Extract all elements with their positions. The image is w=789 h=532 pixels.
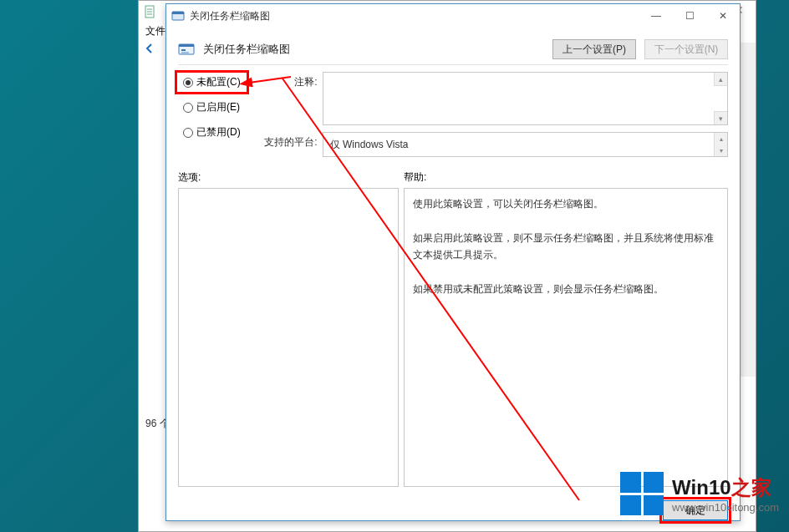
options-label: 选项: <box>178 170 404 185</box>
radio-enabled[interactable]: 已启用(E) <box>178 99 246 116</box>
radio-label: 未配置(C) <box>196 75 241 89</box>
radio-label: 已禁用(D) <box>196 125 241 139</box>
document-icon <box>144 5 157 18</box>
prev-setting-button[interactable]: 上一个设置(P) <box>552 39 636 59</box>
header-row: 关闭任务栏缩略图 上一个设置(P) 下一个设置(N) <box>166 28 740 64</box>
svg-rect-5 <box>172 12 184 14</box>
window-icon <box>171 9 185 23</box>
platform-label: 支持的平台: <box>264 132 323 149</box>
next-setting-button: 下一个设置(N) <box>644 39 728 59</box>
policy-dialog: 关闭任务栏缩略图 — ☐ ✕ 关闭任务栏缩略图 上一个设置(P) 下一个设置(N… <box>165 3 741 521</box>
svg-rect-9 <box>181 52 189 53</box>
watermark-url: www.win10xitong.com <box>672 501 779 514</box>
scroll-up-icon[interactable]: ▴ <box>714 73 727 86</box>
minimize-button[interactable]: — <box>639 4 673 28</box>
radio-dot-icon <box>183 128 193 138</box>
radio-disabled[interactable]: 已禁用(D) <box>178 124 246 141</box>
titlebar: 关闭任务栏缩略图 — ☐ ✕ <box>166 4 740 28</box>
radio-not-configured[interactable]: 未配置(C) <box>178 73 246 91</box>
maximize-button[interactable]: ☐ <box>673 4 706 28</box>
windows-logo-icon <box>620 472 664 515</box>
scroll-down-icon[interactable]: ▾ <box>714 111 727 124</box>
comment-textbox[interactable]: ▴ ▾ <box>323 72 728 125</box>
radio-group: 未配置(C) 已启用(E) 已禁用(D) <box>178 72 246 141</box>
policy-icon <box>178 41 195 58</box>
watermark-brand-a: Win10 <box>672 476 730 499</box>
supported-platform-box: 仅 Windows Vista ▴ ▾ <box>323 132 728 157</box>
title-text: 关闭任务栏缩略图 <box>190 9 639 23</box>
close-button[interactable]: ✕ <box>706 4 740 28</box>
watermark: Win10之家 www.win10xitong.com <box>620 472 779 515</box>
radio-dot-icon <box>183 103 193 113</box>
platform-value: 仅 Windows Vista <box>330 139 409 150</box>
scroll-up-icon[interactable]: ▴ <box>714 133 727 144</box>
radio-label: 已启用(E) <box>196 100 240 114</box>
svg-rect-8 <box>181 49 186 51</box>
help-label: 帮助: <box>404 170 426 185</box>
bg-right-panel <box>739 43 756 377</box>
scroll-down-icon[interactable]: ▾ <box>714 144 727 156</box>
watermark-brand-b: 之家 <box>731 476 771 499</box>
comment-label: 注释: <box>264 72 323 89</box>
options-panel <box>178 188 399 487</box>
radio-dot-icon <box>183 78 193 88</box>
header-title: 关闭任务栏缩略图 <box>203 42 290 57</box>
help-panel: 使用此策略设置，可以关闭任务栏缩略图。 如果启用此策略设置，则不显示任务栏缩略图… <box>404 188 728 487</box>
svg-rect-7 <box>179 44 194 47</box>
